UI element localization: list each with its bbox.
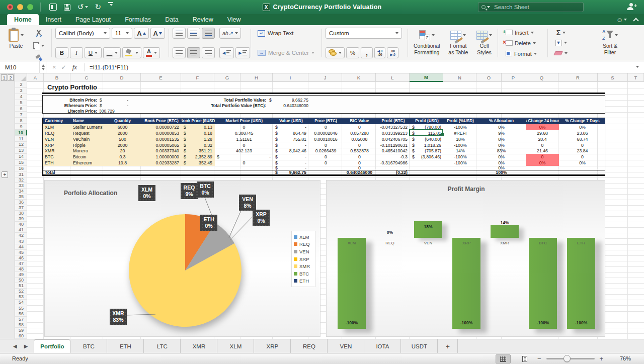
cell[interactable]: 0% (477, 124, 526, 130)
cell[interactable]: 0% (559, 124, 606, 130)
row-number-55[interactable]: 55 (15, 305, 27, 311)
column-header-M[interactable]: M (410, 73, 443, 82)
cell[interactable]: -0.043327532 (376, 124, 410, 130)
share-people-button[interactable]: + (627, 3, 635, 11)
cell[interactable]: Request (71, 130, 104, 136)
row-number-14[interactable]: 14 (15, 154, 27, 160)
tab-home[interactable]: Home (7, 14, 39, 25)
row-number-58[interactable]: 58 (15, 322, 27, 328)
merge-center-button[interactable]: ↔Merge & Center (255, 47, 317, 58)
row-number-2[interactable]: 2 (15, 82, 27, 88)
wrap-text-button[interactable]: ↵Wrap Text (255, 28, 296, 39)
cell[interactable]: 0% (477, 160, 526, 166)
redo-button[interactable]: ↻ (95, 2, 102, 12)
format-as-table-button[interactable]: Formatas Table (446, 28, 470, 55)
cell[interactable]: 0 (526, 154, 559, 160)
cell[interactable]: -100% (444, 154, 477, 160)
row-number-33[interactable]: 33 (15, 183, 27, 189)
tab-data[interactable]: Data (158, 14, 185, 25)
bar-XRP[interactable] (452, 238, 480, 329)
cell[interactable] (215, 170, 273, 175)
cell[interactable]: 100% (477, 170, 526, 175)
row-number-44[interactable]: 44 (15, 244, 27, 250)
grow-font-button[interactable]: A (134, 28, 148, 39)
underline-button[interactable]: U (85, 47, 102, 58)
legend-item-REQ[interactable]: REQ (294, 241, 313, 248)
expand-rows-button[interactable]: + (2, 171, 8, 178)
legend-item-BTC[interactable]: BTC (294, 270, 313, 278)
cell[interactable]: 0.640246000 (343, 170, 376, 175)
sheet-tab-usdt[interactable]: USDT (401, 339, 438, 353)
cell[interactable] (410, 170, 444, 175)
font-color-button[interactable]: A (143, 47, 160, 58)
cell[interactable]: 0 (215, 142, 273, 148)
row-number-3[interactable]: 3 (15, 88, 27, 94)
zoom-out-button[interactable]: − (537, 355, 541, 362)
row-number-48[interactable]: 48 (15, 266, 27, 272)
fill-color-button[interactable] (122, 47, 141, 58)
cell[interactable]: -100% (444, 160, 477, 166)
cell[interactable]: $- (273, 142, 309, 148)
cell[interactable] (410, 166, 444, 170)
feedback-smiley-button[interactable]: ☺ (616, 16, 627, 24)
sheet-tab-iota[interactable]: IOTA (364, 339, 401, 353)
row-number-32[interactable]: 32 (15, 177, 27, 183)
sheet-tab-eth[interactable]: ETH (107, 339, 144, 353)
select-all-corner[interactable] (15, 73, 27, 82)
legend-item-XRP[interactable]: XRP (294, 255, 313, 263)
cell[interactable]: $755.81 (273, 136, 309, 142)
cell[interactable]: 0.00000722 (141, 124, 182, 130)
pie-chart[interactable]: Porfolio Allocation XLM0%REQ9%BTC0%ETH0%… (44, 180, 320, 337)
sort-filter-button[interactable]: AZ Sort &Filter (600, 28, 620, 58)
sheet-tab-btc[interactable]: BTC (70, 339, 107, 353)
cell[interactable]: 0.308745 (215, 130, 273, 136)
cell[interactable]: $(3,806.46) (410, 154, 444, 160)
cell[interactable]: $0.18 (182, 130, 215, 136)
cell[interactable]: 0.3 (104, 154, 141, 160)
row-number-51[interactable]: 51 (15, 283, 27, 289)
bar-XMR[interactable] (491, 225, 519, 238)
align-right-button[interactable] (202, 47, 215, 58)
cell[interactable]: -0.3 (376, 154, 410, 160)
row-number-47[interactable]: 47 (15, 261, 27, 266)
tab-review[interactable]: Review (186, 14, 220, 25)
cell[interactable]: $2,352.89 (182, 154, 215, 160)
column-header-G[interactable]: G (214, 73, 240, 82)
column-header-J[interactable]: J (308, 73, 342, 82)
column-header-F[interactable]: F (181, 73, 214, 82)
autosum-button[interactable]: Σ (551, 28, 571, 38)
row-number-53[interactable]: 53 (15, 294, 27, 300)
cell[interactable] (182, 170, 215, 175)
column-header-L[interactable]: L (376, 73, 410, 82)
tab-insert[interactable]: Insert (39, 14, 68, 25)
next-sheet-button[interactable]: ▶ (24, 343, 28, 349)
cell[interactable]: -100% (444, 142, 477, 148)
prev-sheet-button[interactable]: ◀ (13, 343, 17, 349)
cell[interactable]: 0.0266439 (309, 148, 343, 154)
cell[interactable]: 2000 (104, 142, 141, 148)
cell[interactable]: Ethereum (71, 160, 104, 166)
row-number-45[interactable]: 45 (15, 250, 27, 255)
outline-level-1[interactable]: 1 (1, 74, 7, 81)
align-bottom-button[interactable] (202, 28, 215, 39)
legend-item-VEN[interactable]: VEN (294, 248, 313, 255)
cell[interactable]: $8,042.46 (273, 148, 309, 154)
cell[interactable]: 0.05008 (343, 136, 376, 142)
cell[interactable]: -0.316794986 (376, 160, 410, 166)
zoom-window-button[interactable] (27, 4, 33, 10)
outline-level-2[interactable]: 2 (8, 74, 14, 81)
percent-style-button[interactable]: % (346, 47, 359, 58)
cell[interactable]: 1.51161 (215, 136, 273, 142)
row-number-5[interactable]: 5 (15, 100, 27, 106)
formula-bar-expand-icon[interactable] (636, 66, 639, 68)
cell[interactable]: $351.21 (182, 148, 215, 154)
sheet-tab-xlm[interactable]: XLM (217, 339, 254, 353)
insert-cells-button[interactable]: Insert (502, 28, 544, 37)
tab-view[interactable]: View (220, 14, 248, 25)
tab-page-layout[interactable]: Page Layout (68, 14, 118, 25)
cell[interactable]: 20 (104, 148, 141, 154)
cell[interactable]: 29.68 (526, 130, 559, 136)
decrease-indent-button[interactable]: ◀ (219, 47, 234, 58)
orientation-button[interactable]: ab↗ (219, 28, 241, 39)
increase-decimal-button[interactable]: ◀.0.00 (374, 47, 385, 58)
